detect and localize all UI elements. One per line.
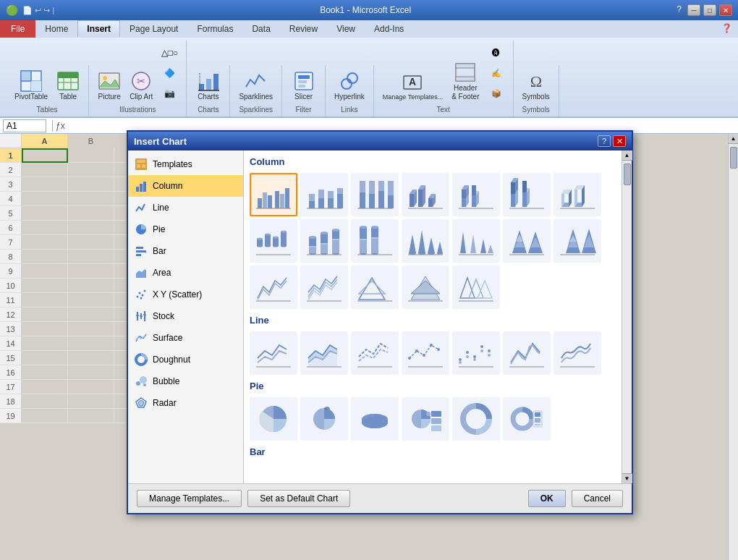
row-header-9[interactable]: 9 [0, 264, 22, 279]
hyperlink-button[interactable]: Hyperlink [331, 68, 368, 103]
cell[interactable] [68, 264, 114, 279]
cell[interactable] [68, 192, 114, 206]
tab-data[interactable]: Data [242, 20, 279, 38]
ok-btn[interactable]: OK [528, 490, 566, 507]
chart-thumb-pie5[interactable] [452, 397, 500, 441]
cell[interactable] [22, 148, 68, 163]
row-header-8[interactable]: 8 [0, 250, 22, 264]
chart-thumb-wire2[interactable] [300, 266, 348, 309]
object-button[interactable]: 📦 [485, 84, 507, 103]
close-button[interactable]: ✕ [719, 4, 732, 16]
cell[interactable] [22, 351, 68, 365]
cell[interactable] [68, 394, 114, 409]
cell[interactable] [68, 206, 114, 221]
chart-thumb-3d-column[interactable] [554, 173, 601, 216]
chart-thumb-pie2[interactable] [300, 397, 348, 441]
cell[interactable] [22, 177, 68, 192]
table-button[interactable]: Table [54, 68, 82, 103]
smartart-button[interactable]: 🔷 [158, 64, 180, 82]
cell[interactable] [68, 380, 114, 394]
scroll-up-btn[interactable]: ▲ [729, 134, 738, 144]
chart-type-radar[interactable]: Radar [128, 392, 243, 414]
chart-type-area[interactable]: Area [128, 262, 243, 284]
sparklines-button[interactable]: Sparklines [236, 68, 276, 103]
chart-thumb-100stacked-column[interactable] [351, 173, 399, 216]
cell[interactable] [68, 336, 114, 351]
cancel-btn[interactable]: Cancel [572, 490, 623, 507]
chart-thumb-pyramid-stack[interactable] [503, 219, 551, 263]
manage-templates-btn[interactable]: Manage Templates... [137, 490, 242, 507]
dialog-close-btn[interactable]: ✕ [613, 135, 626, 147]
tab-add-ins[interactable]: Add-Ins [365, 20, 413, 38]
tab-view[interactable]: View [327, 20, 365, 38]
chart-thumb-wire5[interactable] [452, 266, 500, 309]
header-footer-button[interactable]: Header& Footer [449, 59, 482, 103]
vertical-scrollbar[interactable]: ▲ ▼ [728, 134, 738, 560]
cell[interactable] [22, 394, 68, 409]
row-header-16[interactable]: 16 [0, 365, 22, 380]
chart-thumb-line7[interactable] [554, 331, 601, 375]
cell[interactable] [68, 409, 114, 423]
cell[interactable] [68, 148, 114, 163]
chart-thumb-wire4[interactable] [402, 266, 449, 309]
row-header-3[interactable]: 3 [0, 177, 22, 192]
row-header-7[interactable]: 7 [0, 235, 22, 250]
chart-type-doughnut[interactable]: Doughnut [128, 349, 243, 370]
row-header-14[interactable]: 14 [0, 336, 22, 351]
cell[interactable] [22, 322, 68, 336]
row-header-4[interactable]: 4 [0, 192, 22, 206]
chart-thumb-3d-100stacked[interactable] [503, 173, 551, 216]
chart-thumb-line6[interactable] [503, 331, 551, 375]
scrollbar-thumb[interactable] [624, 164, 631, 185]
chart-type-line[interactable]: Line [128, 197, 243, 219]
charts-button[interactable]: Charts [194, 68, 223, 103]
chart-thumb-cone-cluster[interactable] [402, 219, 449, 263]
chart-thumb-cylinder-100[interactable] [351, 219, 399, 263]
cell[interactable] [68, 322, 114, 336]
cell[interactable] [22, 264, 68, 279]
cell[interactable] [22, 163, 68, 177]
tab-insert[interactable]: Insert [77, 20, 120, 38]
row-header-19[interactable]: 19 [0, 409, 22, 423]
chart-thumb-pyramid-100[interactable] [554, 219, 601, 263]
pivot-table-button[interactable]: PivotTable [12, 68, 51, 103]
col-header-b[interactable]: B [68, 134, 114, 148]
cell[interactable] [68, 307, 114, 322]
chart-thumb-cylinder-cluster[interactable] [250, 219, 297, 263]
chart-thumb-3d-stacked[interactable] [452, 173, 500, 216]
row-header-6[interactable]: 6 [0, 221, 22, 235]
row-header-15[interactable]: 15 [0, 351, 22, 365]
tab-home[interactable]: Home [35, 20, 77, 38]
cell[interactable] [22, 293, 68, 307]
chart-thumb-pie3[interactable] [351, 397, 399, 441]
col-header-a[interactable]: A [22, 134, 68, 148]
chart-thumb-pie6[interactable] [503, 397, 551, 441]
chart-type-column[interactable]: Column [128, 175, 243, 197]
chart-type-pie[interactable]: Pie [128, 219, 243, 240]
clip-art-button[interactable]: ✂ Clip Art [127, 68, 156, 103]
chart-type-stock[interactable]: Stock [128, 305, 243, 327]
tab-formulas[interactable]: Formulas [187, 20, 242, 38]
cell[interactable] [22, 235, 68, 250]
chart-type-bar[interactable]: Bar [128, 240, 243, 262]
cell[interactable] [22, 206, 68, 221]
chart-thumb-3d-clustered[interactable] [402, 173, 449, 216]
row-header-10[interactable]: 10 [0, 279, 22, 293]
cell[interactable] [68, 177, 114, 192]
chart-thumb-cylinder-stack[interactable] [300, 219, 348, 263]
row-header-12[interactable]: 12 [0, 307, 22, 322]
row-header-1[interactable]: 1 [0, 148, 22, 163]
cell[interactable] [22, 221, 68, 235]
chart-thumb-wire1[interactable] [250, 266, 297, 309]
chart-thumb-stacked-column[interactable] [300, 173, 348, 216]
chart-thumb-line3[interactable] [351, 331, 399, 375]
dialog-help-btn[interactable]: ? [598, 135, 611, 147]
cell[interactable] [68, 221, 114, 235]
cell[interactable] [22, 279, 68, 293]
minimize-button[interactable]: ─ [687, 4, 700, 16]
row-header-5[interactable]: 5 [0, 206, 22, 221]
chart-type-scatter[interactable]: X Y (Scatter) [128, 284, 243, 305]
text-box-button[interactable]: A Manage Templates... [380, 69, 446, 103]
chart-thumb-pie4[interactable] [402, 397, 449, 441]
cell[interactable] [68, 279, 114, 293]
